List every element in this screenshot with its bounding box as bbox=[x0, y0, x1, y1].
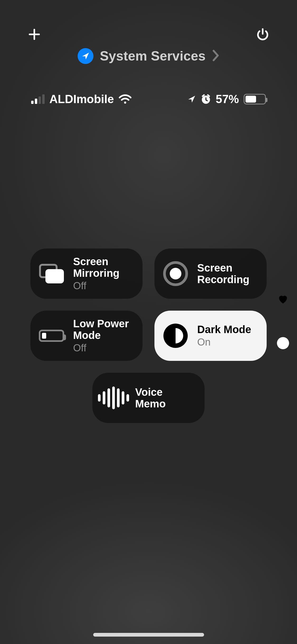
battery-icon bbox=[244, 94, 266, 104]
location-badge bbox=[78, 48, 93, 64]
tile-title: Screen Mirroring bbox=[73, 256, 133, 279]
battery-percent-label: 57% bbox=[216, 93, 239, 106]
tile-subtitle: Off bbox=[73, 343, 133, 354]
status-right: 57% bbox=[187, 93, 266, 106]
record-icon bbox=[162, 260, 189, 287]
add-control-button[interactable] bbox=[26, 26, 42, 42]
location-arrow-icon bbox=[81, 52, 90, 61]
low-power-mode-tile[interactable]: Low Power Mode Off bbox=[30, 311, 143, 361]
page-indicator-dot bbox=[277, 337, 289, 349]
chevron-right-icon bbox=[212, 50, 219, 62]
voice-memo-tile[interactable]: Voice Memo bbox=[92, 373, 205, 423]
screen-mirroring-tile[interactable]: Screen Mirroring Off bbox=[30, 249, 143, 299]
alarm-icon bbox=[201, 94, 211, 104]
screen-mirroring-icon bbox=[38, 260, 65, 287]
tile-subtitle: Off bbox=[73, 280, 133, 292]
tile-title: Screen Recording bbox=[197, 262, 257, 285]
tile-title: Low Power Mode bbox=[73, 318, 133, 341]
plus-icon bbox=[28, 28, 41, 41]
carrier-label: ALDImobile bbox=[49, 93, 114, 106]
status-left: ALDImobile bbox=[31, 93, 132, 106]
dark-mode-tile[interactable]: Dark Mode On bbox=[154, 311, 267, 361]
cellular-signal-icon bbox=[31, 94, 45, 104]
home-indicator[interactable] bbox=[93, 633, 204, 637]
dark-mode-icon bbox=[162, 323, 189, 349]
waveform-icon bbox=[100, 385, 127, 411]
power-icon bbox=[256, 27, 270, 41]
wifi-icon bbox=[119, 94, 132, 104]
power-button[interactable] bbox=[255, 26, 271, 42]
breadcrumb-label: System Services bbox=[100, 48, 206, 64]
tile-title: Dark Mode bbox=[197, 324, 251, 335]
breadcrumb[interactable]: System Services bbox=[0, 48, 297, 64]
preview-status-bar: ALDImobile 57% bbox=[31, 93, 266, 106]
screen-recording-tile[interactable]: Screen Recording bbox=[154, 249, 267, 299]
heart-icon bbox=[277, 293, 289, 305]
battery-low-icon bbox=[38, 323, 65, 349]
location-arrow-icon bbox=[187, 95, 196, 104]
tile-title: Voice Memo bbox=[135, 386, 195, 410]
tile-subtitle: On bbox=[197, 337, 251, 348]
editor-topbar bbox=[0, 19, 297, 50]
control-tiles: Screen Mirroring Off Screen Recording Lo… bbox=[30, 249, 267, 435]
